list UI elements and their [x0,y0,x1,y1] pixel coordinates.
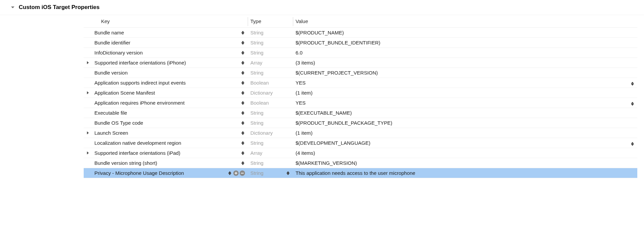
row-expander[interactable] [86,61,92,64]
value-label[interactable]: $(EXECUTABLE_NAME) [296,110,352,116]
key-label[interactable]: Bundle name [92,30,240,35]
stepper-icon[interactable] [240,150,245,156]
stepper-icon[interactable] [240,110,245,116]
table-row[interactable]: Executable fileString$(EXECUTABLE_NAME) [84,108,637,118]
value-label[interactable]: (1 item) [296,90,313,96]
table-row[interactable]: Bundle versionString$(CURRENT_PROJECT_VE… [84,68,637,78]
type-label[interactable]: String [250,110,263,116]
key-label[interactable]: Bundle OS Type code [92,120,240,126]
value-label[interactable]: YES [296,100,306,106]
value-label[interactable]: (3 items) [296,60,315,66]
value-label[interactable]: (4 items) [296,150,315,156]
chevron-down-icon[interactable] [10,5,15,10]
type-label[interactable]: String [250,160,263,166]
key-label[interactable]: InfoDictionary version [92,50,240,55]
stepper-icon[interactable] [240,90,245,96]
table-row[interactable]: Application Scene ManifestDictionary(1 i… [84,88,637,98]
table-row[interactable]: Bundle version string (short)String$(MAR… [84,158,637,168]
table-row[interactable]: Launch ScreenDictionary(1 item) [84,128,637,138]
value-label[interactable]: $(PRODUCT_BUNDLE_IDENTIFIER) [296,40,380,45]
row-expander[interactable] [86,91,92,94]
section-title: Custom iOS Target Properties [19,4,100,11]
value-label[interactable]: This application needs access to the use… [296,170,415,176]
key-label[interactable]: Bundle version string (short) [92,160,240,166]
stepper-icon[interactable] [286,170,290,176]
value-label[interactable]: $(PRODUCT_BUNDLE_PACKAGE_TYPE) [296,120,392,126]
plist-table: Key Type Value Bundle nameString$(PRODUC… [84,15,637,178]
type-label[interactable]: String [250,40,263,45]
remove-row-button[interactable] [240,170,245,176]
type-label[interactable]: String [250,170,263,176]
table-row[interactable]: InfoDictionary versionString6.0 [84,48,637,58]
table-row[interactable]: Bundle nameString$(PRODUCT_NAME) [84,28,637,38]
key-label[interactable]: Executable file [92,110,240,116]
type-label[interactable]: Array [250,60,262,66]
row-expander[interactable] [86,151,92,154]
table-row[interactable]: Bundle OS Type codeString$(PRODUCT_BUNDL… [84,118,637,128]
table-row[interactable]: Privacy - Microphone Usage DescriptionSt… [84,168,637,178]
add-row-button[interactable] [233,170,239,176]
type-label[interactable]: Dictionary [250,90,273,96]
stepper-icon[interactable] [240,40,245,46]
type-label[interactable]: Boolean [250,80,269,86]
type-label[interactable]: Dictionary [250,130,273,136]
column-header-key[interactable]: Key [84,15,248,28]
stepper-icon[interactable] [240,120,245,126]
stepper-icon[interactable] [630,101,635,107]
table-row[interactable]: Bundle identifierString$(PRODUCT_BUNDLE_… [84,38,637,48]
section-header: Custom iOS Target Properties [0,0,644,15]
stepper-icon[interactable] [240,80,245,86]
key-label[interactable]: Application Scene Manifest [92,90,240,96]
stepper-icon[interactable] [630,141,635,147]
table-row[interactable]: Localization native development regionSt… [84,138,637,148]
key-label[interactable]: Launch Screen [92,130,240,136]
column-header-value[interactable]: Value [293,15,637,28]
svg-rect-2 [241,173,244,173]
stepper-icon[interactable] [630,81,635,87]
stepper-icon[interactable] [227,170,232,176]
table-header-row: Key Type Value [84,15,637,28]
type-label[interactable]: String [250,30,263,35]
key-label[interactable]: Supported interface orientations (iPhone… [92,60,240,66]
type-label[interactable]: String [250,140,263,146]
value-label[interactable]: $(DEVELOPMENT_LANGUAGE) [296,140,370,146]
key-label[interactable]: Application supports indirect input even… [92,80,240,86]
type-label[interactable]: Array [250,150,262,156]
stepper-icon[interactable] [240,70,245,76]
table-row[interactable]: Supported interface orientations (iPhone… [84,58,637,68]
type-label[interactable]: String [250,70,263,76]
table-row[interactable]: Supported interface orientations (iPad)A… [84,148,637,158]
svg-rect-1 [235,173,237,173]
stepper-icon[interactable] [240,100,245,106]
row-expander[interactable] [86,131,92,134]
value-label[interactable]: YES [296,80,306,86]
type-label[interactable]: Boolean [250,100,269,106]
key-label[interactable]: Application requires iPhone environment [92,100,240,106]
column-header-type[interactable]: Type [248,15,293,28]
key-label[interactable]: Bundle identifier [92,40,240,45]
stepper-icon[interactable] [240,60,245,66]
stepper-icon[interactable] [240,160,245,166]
stepper-icon[interactable] [240,140,245,146]
key-label[interactable]: Privacy - Microphone Usage Description [92,170,227,176]
value-label[interactable]: $(CURRENT_PROJECT_VERSION) [296,70,378,76]
key-label[interactable]: Bundle version [92,70,240,76]
type-label[interactable]: String [250,120,263,126]
table-row[interactable]: Application requires iPhone environmentB… [84,98,637,108]
value-label[interactable]: $(MARKETING_VERSION) [296,160,357,166]
stepper-icon[interactable] [240,50,245,56]
value-label[interactable]: 6.0 [296,50,303,55]
value-label[interactable]: (1 item) [296,130,313,136]
type-label[interactable]: String [250,50,263,55]
key-label[interactable]: Supported interface orientations (iPad) [92,150,240,156]
table-row[interactable]: Application supports indirect input even… [84,78,637,88]
stepper-icon[interactable] [240,30,245,36]
stepper-icon[interactable] [240,130,245,136]
value-label[interactable]: $(PRODUCT_NAME) [296,30,344,35]
key-label[interactable]: Localization native development region [92,140,240,146]
